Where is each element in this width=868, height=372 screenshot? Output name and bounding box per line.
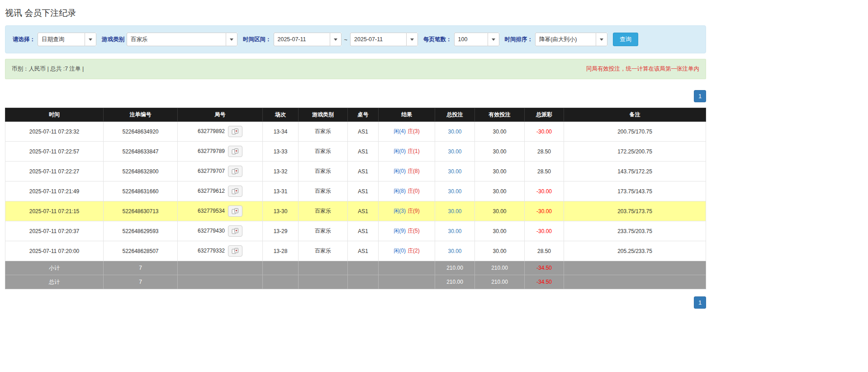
sort-order-input[interactable] xyxy=(535,33,596,46)
cell-total-bet: 30.00 xyxy=(435,241,475,261)
view-cards-icon[interactable] xyxy=(228,225,242,237)
header-valid-bet: 有效投注 xyxy=(475,108,525,122)
cell-bet-id: 522648630713 xyxy=(104,201,178,221)
page-title: 视讯 会员下注纪录 xyxy=(5,7,706,19)
total-bet-link[interactable]: 30.00 xyxy=(448,148,461,155)
view-cards-icon[interactable] xyxy=(228,166,242,177)
view-cards-icon[interactable] xyxy=(228,126,242,137)
bet-records-table: 时间 注单编号 局号 场次 游戏类别 桌号 结果 总投注 有效投注 总派彩 备注… xyxy=(5,108,706,289)
table-body: 2025-07-11 07:23:32 522648634920 6327798… xyxy=(5,122,706,261)
cell-session: 13-32 xyxy=(263,162,299,181)
chevron-down-icon[interactable] xyxy=(226,33,237,46)
cell-note: 233.75/203.75 xyxy=(564,221,706,241)
caret-glyph xyxy=(492,38,495,41)
cell-note: 143.75/172.25 xyxy=(564,162,706,181)
cell-note: 172.25/200.75 xyxy=(564,142,706,162)
cell-table-no: AS1 xyxy=(348,162,379,181)
cell-session: 13-31 xyxy=(263,181,299,201)
subtotal-label: 小计 xyxy=(5,261,104,275)
subtotal-empty-cell xyxy=(379,261,435,275)
chevron-down-icon[interactable] xyxy=(488,33,499,46)
total-valid-bet: 210.00 xyxy=(475,275,525,289)
cell-payout: -30.00 xyxy=(525,181,564,201)
header-payout: 总派彩 xyxy=(525,108,564,122)
result-banker-text: 庄(3) xyxy=(408,128,420,134)
result-banker-text: 庄(0) xyxy=(408,188,420,194)
header-game-type: 游戏类别 xyxy=(299,108,348,122)
sort-order-label: 时间排序： xyxy=(505,36,533,43)
view-cards-icon[interactable] xyxy=(228,205,242,217)
cell-time: 2025-07-11 07:21:15 xyxy=(5,201,104,221)
cell-round-id: 632779612 xyxy=(178,181,263,201)
total-bet-link[interactable]: 30.00 xyxy=(448,188,461,195)
round-id-text: 632779534 xyxy=(198,208,225,214)
total-bet-link[interactable]: 30.00 xyxy=(448,168,461,175)
result-banker-text: 庄(2) xyxy=(408,248,420,254)
cell-valid-bet: 30.00 xyxy=(475,122,525,142)
chevron-down-icon[interactable] xyxy=(406,33,418,46)
query-type-label: 请选择： xyxy=(13,36,35,43)
caret-glyph xyxy=(334,38,337,41)
cell-game-type: 百家乐 xyxy=(299,181,348,201)
total-bet-link[interactable]: 30.00 xyxy=(448,228,461,234)
cell-total-bet: 30.00 xyxy=(435,181,475,201)
game-type-input[interactable] xyxy=(127,33,226,46)
page-size-input[interactable] xyxy=(454,33,488,46)
cell-payout: 28.50 xyxy=(525,162,564,181)
chevron-down-icon[interactable] xyxy=(330,33,342,46)
query-type-input[interactable] xyxy=(38,33,85,46)
cell-time: 2025-07-11 07:20:00 xyxy=(5,241,104,261)
cell-table-no: AS1 xyxy=(348,241,379,261)
round-id-text: 632779707 xyxy=(198,168,225,174)
page-container: 视讯 会员下注纪录 请选择： 游戏类别 时间区间： ~ 每页笔数： 时间排序： xyxy=(5,7,706,309)
table-row: 2025-07-11 07:20:37 522648629593 6327794… xyxy=(5,221,706,241)
header-note: 备注 xyxy=(564,108,706,122)
date-from-input[interactable] xyxy=(274,33,330,46)
page-1-button[interactable]: 1 xyxy=(694,90,706,102)
cell-payout: -30.00 xyxy=(525,122,564,142)
cell-valid-bet: 30.00 xyxy=(475,221,525,241)
chevron-down-icon[interactable] xyxy=(596,33,607,46)
total-bet-link[interactable]: 30.00 xyxy=(448,129,461,135)
view-cards-icon[interactable] xyxy=(228,186,242,197)
cell-game-type: 百家乐 xyxy=(299,122,348,142)
total-empty-cell xyxy=(178,275,263,289)
pagination-bottom: 1 xyxy=(5,296,706,309)
pagination-top: 1 xyxy=(5,90,706,102)
subtotal-empty-cell xyxy=(348,261,379,275)
query-type-select xyxy=(38,33,96,46)
header-session: 场次 xyxy=(263,108,299,122)
cell-result: 闲(0)庄(8) xyxy=(379,162,435,181)
cell-round-id: 632779534 xyxy=(178,201,263,221)
cell-bet-id: 522648632800 xyxy=(104,162,178,181)
cell-round-id: 632779707 xyxy=(178,162,263,181)
cell-bet-id: 522648628507 xyxy=(104,241,178,261)
cell-session: 13-34 xyxy=(263,122,299,142)
total-empty-cell xyxy=(299,275,348,289)
date-to-input[interactable] xyxy=(350,33,406,46)
cell-result: 闲(0)庄(1) xyxy=(379,142,435,162)
cell-bet-id: 522648629593 xyxy=(104,221,178,241)
cell-result: 闲(9)庄(5) xyxy=(379,221,435,241)
cell-bet-id: 522648634920 xyxy=(104,122,178,142)
cell-valid-bet: 30.00 xyxy=(475,142,525,162)
chevron-down-icon[interactable] xyxy=(85,33,96,46)
cell-session: 13-29 xyxy=(263,221,299,241)
view-cards-icon[interactable] xyxy=(228,245,242,257)
total-bet-link[interactable]: 30.00 xyxy=(448,248,461,254)
total-bet-link[interactable]: 30.00 xyxy=(448,208,461,215)
date-to-select xyxy=(350,33,418,46)
result-player-text: 闲(8) xyxy=(394,188,406,194)
cell-table-no: AS1 xyxy=(348,221,379,241)
result-banker-text: 庄(5) xyxy=(408,228,420,234)
total-empty-cell xyxy=(564,275,706,289)
page-size-label: 每页笔数： xyxy=(423,36,452,43)
view-cards-icon[interactable] xyxy=(228,146,242,157)
search-button[interactable]: 查询 xyxy=(613,33,638,46)
page-1-button[interactable]: 1 xyxy=(694,296,706,309)
cell-bet-id: 522648633847 xyxy=(104,142,178,162)
game-type-label: 游戏类别 xyxy=(102,36,124,43)
cell-valid-bet: 30.00 xyxy=(475,162,525,181)
cell-round-id: 632779332 xyxy=(178,241,263,261)
result-player-text: 闲(0) xyxy=(394,248,406,254)
